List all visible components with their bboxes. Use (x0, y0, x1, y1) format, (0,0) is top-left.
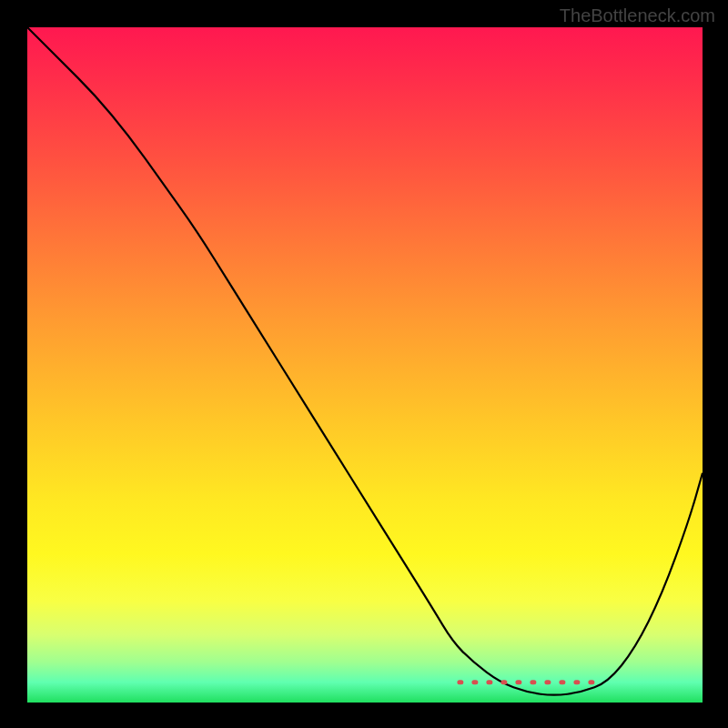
bottleneck-curve (27, 27, 703, 695)
plot-area (27, 27, 703, 703)
chart-svg (27, 27, 703, 703)
watermark-text: TheBottleneck.com (560, 5, 715, 26)
